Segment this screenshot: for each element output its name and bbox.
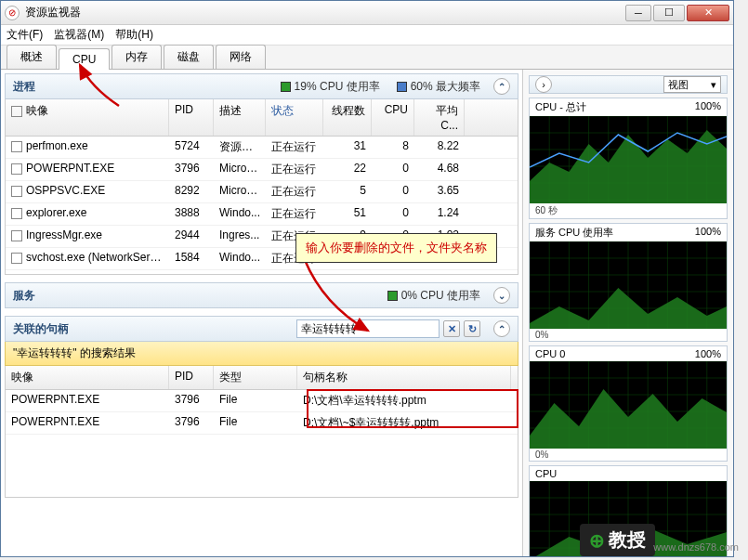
minimize-button[interactable]: ─ [625,5,651,21]
row-checkbox[interactable] [11,208,22,219]
row-checkbox[interactable] [11,186,22,197]
services-stat: 0% CPU 使用率 [401,288,480,304]
resource-monitor-window: ⊘ 资源监视器 ─ ☐ ✕ 文件(F) 监视器(M) 帮助(H) 概述 CPU … [0,0,734,557]
expand-services-button[interactable]: ⌄ [493,287,510,304]
processes-title: 进程 [13,79,35,95]
row-checkbox[interactable] [11,163,22,175]
refresh-search-button[interactable]: ↻ [464,320,480,337]
site-logo: ⊕教授 [580,524,655,556]
tabs: 概述 CPU 内存 磁盘 网络 [1,46,733,70]
menubar: 文件(F) 监视器(M) 帮助(H) [1,25,733,46]
chart-footer: 0% [530,329,727,341]
handles-title: 关联的句柄 [13,321,69,337]
chart-pct: 100% [695,348,721,359]
right-pane: › 视图▾ CPU - 总计100%60 秒服务 CPU 使用率100%0%CP… [523,70,733,556]
select-all-checkbox[interactable] [11,106,22,117]
table-row[interactable]: svchost.exe (secsvcs)5088Windo... [6,270,518,274]
handles-body: POWERPNT.EXE3796FileD:\文档\幸运转转转.pptmPOWE… [6,390,518,497]
table-row[interactable]: explorer.exe3888Windo...正在运行5101.24 [6,203,518,226]
row-checkbox[interactable] [11,253,22,264]
handle-search-input[interactable] [296,319,440,338]
chart-label: CPU [535,468,557,479]
table-row[interactable]: POWERPNT.EXE3796FileD:\文档\幸运转转转.pptm [6,390,518,412]
services-header[interactable]: 服务 0% CPU 使用率 ⌄ [5,282,518,308]
cpu-usage-led [281,82,291,92]
table-row[interactable]: POWERPNT.EXE3796Micros...正在运行2204.68 [6,159,518,181]
menu-help[interactable]: 帮助(H) [115,27,153,43]
chart-label: CPU - 总计 [535,100,586,114]
chart-pct: 100% [695,100,721,114]
chart-footer: 60 秒 [530,203,727,218]
clear-search-button[interactable]: ✕ [443,320,460,337]
services-title: 服务 [13,288,35,304]
handles-table: 映像 PID 类型 句柄名称 POWERPNT.EXE3796FileD:\文档… [5,366,518,498]
view-toolbar: › 视图▾ [529,75,728,94]
app-icon: ⊘ [5,6,20,20]
tab-network[interactable]: 网络 [216,45,266,69]
processes-header[interactable]: 进程 19% CPU 使用率 60% 最大频率 ⌃ [5,73,518,99]
window-title: 资源监视器 [25,5,623,20]
chart-footer: 0% [530,449,727,461]
cpu-usage-text: 19% CPU 使用率 [295,79,380,95]
tab-disk[interactable]: 磁盘 [164,45,214,69]
chart-label: CPU 0 [535,348,565,359]
table-row[interactable]: perfmon.exe5724资源和...正在运行3188.22 [6,137,518,159]
search-results-bar: "幸运转转转" 的搜索结果 [5,342,518,366]
chart-label: 服务 CPU 使用率 [535,226,613,240]
services-led [387,291,398,301]
table-row[interactable]: POWERPNT.EXE3796FileD:\文档\~$幸运转转转.pptm [6,412,518,435]
max-freq-led [397,82,407,92]
titlebar: ⊘ 资源监视器 ─ ☐ ✕ [1,1,733,25]
chart-box: CPU - 总计100%60 秒 [529,98,728,219]
chevron-down-icon: ▾ [711,79,716,91]
row-checkbox[interactable] [11,141,22,152]
tab-cpu[interactable]: CPU [59,48,110,70]
row-checkbox[interactable] [11,230,22,241]
collapse-handles-button[interactable]: ⌃ [493,320,510,337]
tab-overview[interactable]: 概述 [7,45,57,69]
handles-header[interactable]: 关联的句柄 ✕ ↻ ⌃ [5,316,518,342]
tab-memory[interactable]: 内存 [112,45,162,69]
chart-box: 服务 CPU 使用率100%0% [529,223,728,342]
close-button[interactable]: ✕ [687,5,729,21]
maximize-button[interactable]: ☐ [653,5,685,21]
view-selector[interactable]: 视图▾ [663,76,721,93]
menu-file[interactable]: 文件(F) [7,27,43,43]
collapse-right-button[interactable]: › [535,76,552,93]
menu-monitor[interactable]: 监视器(M) [54,27,104,43]
charts-container: CPU - 总计100%60 秒服务 CPU 使用率100%0%CPU 0100… [529,98,728,556]
table-row[interactable]: OSPPSVC.EXE8292Micros...正在运行503.65 [6,181,518,203]
chart-pct: 100% [695,226,721,240]
max-freq-text: 60% 最大频率 [411,79,480,95]
watermark: www.dnzs678.com [653,541,739,553]
collapse-processes-button[interactable]: ⌃ [493,78,510,95]
left-pane: 进程 19% CPU 使用率 60% 最大频率 ⌃ 映像 PID 描述 状态 线… [1,70,523,556]
annotation-callout: 输入你要删除的文件，文件夹名称 [295,233,497,263]
chart-box: CPU 0100%0% [529,345,728,462]
